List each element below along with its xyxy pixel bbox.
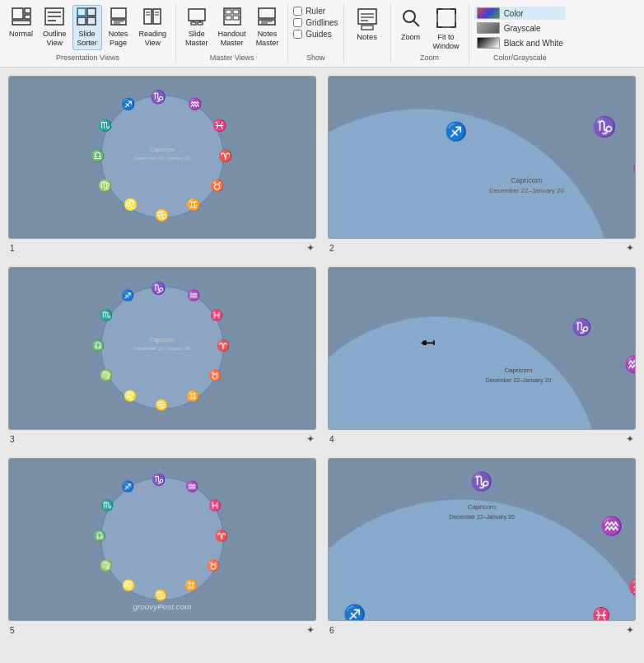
svg-rect-10 <box>77 17 86 25</box>
reading-icon <box>143 7 161 28</box>
notes-label: Notes <box>357 32 377 41</box>
svg-rect-31 <box>233 16 239 20</box>
svg-rect-29 <box>233 10 239 14</box>
fit-window-button[interactable]: Fit to Window <box>429 5 464 54</box>
svg-text:♌: ♌ <box>124 390 138 403</box>
svg-text:♓: ♓ <box>628 576 635 598</box>
svg-text:♏: ♏ <box>100 499 114 512</box>
guides-checkbox[interactable] <box>293 30 302 39</box>
svg-line-42 <box>413 21 419 26</box>
bw-swatch <box>477 37 500 49</box>
svg-text:♒: ♒ <box>632 157 635 180</box>
svg-text:♈: ♈ <box>218 149 233 163</box>
handout-master-icon <box>222 7 242 28</box>
svg-rect-1 <box>25 8 30 13</box>
svg-text:♑: ♑ <box>471 470 494 493</box>
svg-text:♒: ♒ <box>624 354 635 374</box>
slide-1[interactable]: ♑ ♒ ♓ ♈ ♉ ♊ ♋ ♌ ♍ ♎ ♏ ♐ Capricorn <box>8 76 316 239</box>
normal-icon <box>12 7 31 28</box>
svg-text:Capricorn: Capricorn <box>150 147 175 153</box>
ribbon: Normal Outline View Slide Sorter Notes P… <box>0 0 644 68</box>
svg-rect-27 <box>224 8 240 25</box>
zoom-button[interactable]: Zoom <box>396 5 426 44</box>
slide-master-icon <box>187 7 207 28</box>
svg-text:♓: ♓ <box>212 119 227 133</box>
svg-text:♓: ♓ <box>592 606 611 620</box>
slide-4-number: 4 <box>329 435 334 444</box>
slide-6[interactable]: ♑ Capricorn December 22–January 20 ♒ ♓ ♐… <box>328 458 636 621</box>
handout-master-label: Handout Master <box>218 30 246 48</box>
svg-text:♒: ♒ <box>187 289 201 302</box>
slide-3-footer: 3 ✦ <box>8 433 316 445</box>
reading-view-button[interactable]: Reading View <box>135 5 171 50</box>
handout-master-button[interactable]: Handout Master <box>214 5 250 50</box>
slide-2-footer: 2 ✦ <box>328 242 636 254</box>
color-label: Color <box>504 9 524 18</box>
show-label: Show <box>306 54 325 62</box>
guides-checkbox-label[interactable]: Guides <box>293 30 338 39</box>
slide-1-footer: 1 ✦ <box>8 242 316 254</box>
svg-text:♑: ♑ <box>150 89 166 105</box>
notes-group: Notes <box>344 3 391 63</box>
zoom-icon <box>400 7 422 31</box>
svg-text:Capricorn: Capricorn <box>468 503 496 511</box>
notes-items: Notes <box>349 3 385 56</box>
svg-rect-24 <box>198 22 203 25</box>
gridlines-checkbox[interactable] <box>293 18 302 27</box>
ruler-checkbox[interactable] <box>293 7 302 16</box>
notes-icon <box>357 7 378 32</box>
grayscale-option[interactable]: Grayscale <box>474 21 566 35</box>
outline-view-button[interactable]: Outline View <box>39 5 71 50</box>
grayscale-label: Grayscale <box>504 24 541 33</box>
svg-text:groovyPost.com: groovyPost.com <box>133 602 192 611</box>
svg-rect-3 <box>12 21 30 25</box>
main-content: ♑ ♒ ♓ ♈ ♉ ♊ ♋ ♌ ♍ ♎ ♏ ♐ Capricorn <box>0 68 644 663</box>
notes-master-button[interactable]: Notes Master <box>252 5 283 50</box>
svg-rect-11 <box>87 17 96 25</box>
notes-master-label: Notes Master <box>256 30 279 48</box>
slide-5-footer: 5 ✦ <box>8 624 316 636</box>
svg-text:♌: ♌ <box>122 579 136 592</box>
svg-text:♒: ♒ <box>600 515 623 537</box>
gridlines-checkbox-label[interactable]: Gridlines <box>293 18 338 27</box>
zoom-label: Zoom <box>401 33 420 42</box>
svg-rect-17 <box>153 9 161 24</box>
slide-2-star: ✦ <box>626 242 634 254</box>
notes-button[interactable]: Notes <box>349 5 385 44</box>
presentation-views-label: Presentation Views <box>56 54 119 62</box>
bw-option[interactable]: Black and White <box>474 36 566 49</box>
slide-5[interactable]: ♑ ♒ ♓ ♈ ♉ ♊ ♋ ♌ ♍ ♎ ♏ ♐ groovyPost.com <box>8 458 316 621</box>
ruler-checkbox-label[interactable]: Ruler <box>293 7 338 16</box>
svg-rect-36 <box>358 9 376 24</box>
svg-text:♒: ♒ <box>185 480 199 493</box>
svg-text:♒: ♒ <box>188 97 203 111</box>
slide-4[interactable]: ⬶ ♑ ♒ ♓ Capricorn December 22–January 20 <box>328 267 636 430</box>
svg-text:♉: ♉ <box>208 369 222 382</box>
color-option[interactable]: Color <box>474 7 566 20</box>
svg-text:♊: ♊ <box>184 579 198 592</box>
slide-6-star: ✦ <box>626 624 634 636</box>
svg-text:♐: ♐ <box>445 120 468 142</box>
svg-point-101 <box>101 478 223 600</box>
normal-view-button[interactable]: Normal <box>5 5 37 41</box>
slide-container-3: ♑ ♒ ♓ ♈ ♉ ♊ ♋ ♌ ♍ ♎ ♏ ♐ Capricorn Decemb… <box>8 267 316 445</box>
svg-rect-22 <box>189 9 205 21</box>
fit-window-label: Fit to Window <box>433 33 460 51</box>
slide-3-star: ✦ <box>306 433 315 445</box>
grayscale-swatch <box>477 22 500 34</box>
notes-page-button[interactable]: Notes Page <box>104 5 133 50</box>
slide-master-button[interactable]: Slide Master <box>181 5 212 50</box>
slide-3[interactable]: ♑ ♒ ♓ ♈ ♉ ♊ ♋ ♌ ♍ ♎ ♏ ♐ Capricorn Decemb… <box>8 267 316 430</box>
svg-text:♐: ♐ <box>121 480 135 493</box>
slide-sorter-button[interactable]: Slide Sorter <box>72 5 102 50</box>
slide-5-number: 5 <box>10 626 15 635</box>
svg-text:♍: ♍ <box>98 179 113 193</box>
svg-text:Capricorn: Capricorn <box>511 176 543 184</box>
slide-6-footer: 6 ✦ <box>328 624 636 636</box>
slide-2[interactable]: ♐ ♑ ♒ ♓ Capricorn December 22–January 20 <box>328 76 636 239</box>
gridlines-label: Gridlines <box>306 18 338 27</box>
svg-text:December 22–January 20: December 22–January 20 <box>134 346 191 351</box>
svg-text:♑: ♑ <box>592 114 617 138</box>
svg-text:⬶: ⬶ <box>421 336 436 353</box>
show-items: Ruler Gridlines Guides <box>293 3 338 50</box>
